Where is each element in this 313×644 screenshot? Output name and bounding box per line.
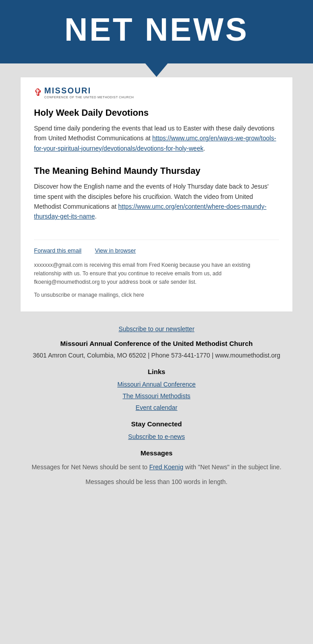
messages-text-1: Messages for Net News should be sent to … xyxy=(18,462,295,472)
address-line: 3601 Amron Court, Columbia, MO 65202 | P… xyxy=(18,352,295,359)
section-holy-week: Holy Week Daily Devotions Spend time dai… xyxy=(34,108,279,153)
unsubscribe-text: To unsubscribe or manage mailings, click… xyxy=(34,292,279,298)
view-browser-link[interactable]: View in browser xyxy=(95,247,136,254)
subscribe-newsletter-link[interactable]: Subscribe to our newsletter xyxy=(18,325,295,333)
stay-connected-heading: Stay Connected xyxy=(18,420,295,428)
header-banner: NET NEWS xyxy=(0,0,313,63)
email-card: ✞ MISSOURI CONFERENCE OF THE UNITED METH… xyxy=(20,77,293,312)
logo-area: ✞ MISSOURI CONFERENCE OF THE UNITED METH… xyxy=(34,86,279,99)
missouri-methodists-link[interactable]: The Missouri Methodists xyxy=(18,392,295,400)
event-calendar-link[interactable]: Event calendar xyxy=(18,404,295,411)
section-holy-week-title: Holy Week Daily Devotions xyxy=(34,108,279,118)
fred-koenig-link[interactable]: Fred Koenig xyxy=(149,463,183,471)
email-footer-links: Forward this email View in browser xyxy=(34,247,279,254)
links-heading: Links xyxy=(18,368,295,375)
messages-text-2: Messages should be less than 100 words i… xyxy=(18,477,295,487)
section-maundy-thursday: The Meaning Behind Maundy Thursday Disco… xyxy=(34,166,279,222)
logo-subtitle: CONFERENCE OF THE UNITED METHODIST CHURC… xyxy=(44,96,134,99)
forward-email-link[interactable]: Forward this email xyxy=(34,247,81,254)
email-footer: Forward this email View in browser xxxxx… xyxy=(34,240,279,299)
section-maundy-title: The Meaning Behind Maundy Thursday xyxy=(34,166,279,176)
logo-name: MISSOURI xyxy=(44,86,134,96)
bottom-section: Subscribe to our newsletter Missouri Ann… xyxy=(0,312,313,509)
email-notice: xxxxxxx@gmail.com is receiving this emai… xyxy=(34,261,279,287)
missouri-annual-conference-link[interactable]: Missouri Annual Conference xyxy=(18,381,295,388)
messages-heading: Messages xyxy=(18,449,295,457)
section-holy-week-body: Spend time daily pondering the events th… xyxy=(34,123,279,153)
logo-text: MISSOURI CONFERENCE OF THE UNITED METHOD… xyxy=(44,86,134,99)
header-triangle xyxy=(145,63,168,77)
subscribe-enews-link[interactable]: Subscribe to e-news xyxy=(18,433,295,440)
section-maundy-body: Discover how the English name and the ev… xyxy=(34,181,279,222)
cross-icon: ✞ xyxy=(34,87,42,98)
org-name: Missouri Annual Conference of the United… xyxy=(18,340,295,347)
header-title: NET NEWS xyxy=(18,13,295,46)
